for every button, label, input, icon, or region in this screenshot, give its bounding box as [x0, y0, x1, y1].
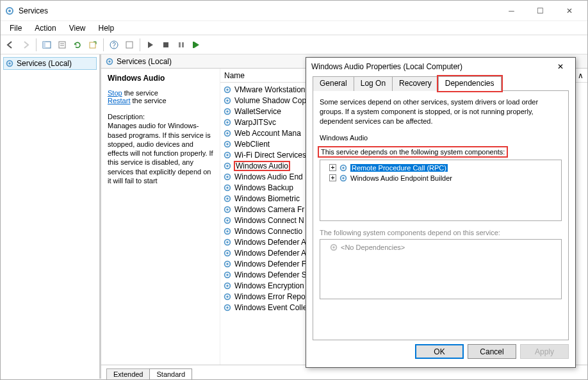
gear-icon	[223, 194, 232, 203]
gear-icon	[339, 174, 348, 183]
gear-icon	[223, 281, 232, 290]
service-name: Windows Audio End	[234, 172, 303, 181]
gear-icon	[223, 260, 232, 268]
svg-point-32	[226, 154, 229, 156]
svg-point-60	[226, 306, 229, 309]
menu-view[interactable]: View	[64, 22, 91, 34]
tab-dependencies[interactable]: Dependencies	[438, 76, 502, 91]
dependencies-note: Some services depend on other services, …	[320, 97, 562, 126]
svg-rect-3	[43, 42, 45, 48]
gear-icon	[223, 161, 232, 170]
tree-item-label: Remote Procedure Call (RPC)	[350, 164, 448, 172]
minimize-button[interactable]: ─	[497, 1, 526, 21]
menu-file[interactable]: File	[4, 22, 27, 34]
stop-button[interactable]	[159, 38, 173, 52]
gear-icon	[223, 205, 232, 214]
restart-button[interactable]	[190, 38, 204, 52]
svg-point-44	[226, 219, 229, 222]
tab-extended[interactable]: Extended	[106, 368, 150, 379]
gear-icon	[223, 303, 232, 312]
dialog-close-button[interactable]: ✕	[551, 60, 570, 73]
properties-dialog: Windows Audio Properties (Local Computer…	[306, 57, 576, 368]
pane-header: Services (Local)	[117, 57, 172, 66]
ok-button[interactable]: OK	[415, 344, 464, 359]
tab-general[interactable]: General	[313, 76, 354, 91]
expand-icon[interactable]: +	[329, 174, 336, 181]
tree-item-audio-endpoint[interactable]: + Windows Audio Endpoint Builder	[323, 173, 559, 183]
svg-rect-14	[193, 42, 194, 48]
refresh-button[interactable]	[70, 38, 85, 52]
depends-on-tree[interactable]: + Remote Procedure Call (RPC) + Windows …	[320, 160, 562, 221]
forward-button[interactable]	[19, 38, 33, 52]
tree-item-label: Windows Audio Endpoint Builder	[350, 174, 452, 182]
svg-point-62	[342, 167, 345, 169]
tree-item-rpc[interactable]: + Remote Procedure Call (RPC)	[323, 163, 559, 173]
tab-standard[interactable]: Standard	[149, 368, 192, 379]
export-button[interactable]	[86, 38, 100, 52]
service-name: Web Account Mana	[234, 129, 301, 138]
svg-rect-10	[126, 42, 133, 48]
tab-logon[interactable]: Log On	[354, 76, 393, 91]
dialog-tabs: General Log On Recovery Dependencies	[313, 76, 569, 91]
service-name: Wi-Fi Direct Services	[234, 151, 306, 160]
selected-service-title: Windows Audio	[108, 74, 213, 83]
svg-point-58	[226, 295, 229, 298]
svg-point-48	[226, 241, 229, 244]
help-button[interactable]: ?	[107, 38, 121, 52]
service-name: Windows Backup	[234, 183, 293, 192]
pause-button[interactable]	[174, 38, 188, 52]
svg-point-64	[342, 177, 345, 179]
detail-panel: Windows Audio Stop the service Restart t…	[101, 69, 220, 365]
show-hide-tree-button[interactable]	[40, 38, 54, 52]
gear-icon	[339, 163, 348, 172]
service-name: Windows Audio	[234, 161, 290, 170]
tab-recovery[interactable]: Recovery	[392, 76, 439, 91]
svg-text:?: ?	[112, 42, 116, 49]
gear-icon	[223, 140, 232, 149]
service-name: Windows Camera Fr	[234, 205, 304, 214]
service-name: Windows Connect N	[234, 216, 304, 225]
svg-point-40	[226, 197, 229, 200]
svg-point-28	[226, 132, 229, 135]
service-name: Windows Event Colle	[234, 303, 307, 312]
maximize-button[interactable]: ☐	[526, 1, 555, 21]
svg-rect-12	[179, 42, 181, 47]
service-name: Windows Defender S	[234, 270, 307, 279]
stop-link[interactable]: Stop	[108, 89, 122, 97]
svg-point-42	[226, 208, 229, 211]
svg-point-24	[226, 110, 229, 113]
tree-pane: Services (Local)	[1, 54, 100, 379]
description-text: Manages audio for Windows-based programs…	[108, 122, 213, 185]
play-button[interactable]	[143, 38, 158, 52]
menu-help[interactable]: Help	[94, 22, 120, 34]
service-name: Windows Biometric	[234, 194, 300, 203]
menu-action[interactable]: Action	[29, 22, 61, 34]
gear-icon	[105, 57, 114, 66]
restart-link[interactable]: Restart	[108, 97, 130, 104]
properties-button[interactable]	[55, 38, 69, 52]
dependents-tree[interactable]: <No Dependencies>	[320, 239, 562, 299]
gear-icon	[5, 59, 14, 68]
gear-icon	[223, 172, 232, 181]
svg-point-46	[226, 230, 229, 233]
back-button[interactable]	[3, 38, 17, 52]
service-name: Windows Defender F	[234, 260, 306, 268]
gear-icon	[223, 151, 232, 160]
svg-point-1	[8, 10, 11, 12]
service-name: Windows Connectio	[234, 227, 302, 236]
tree-item-services-local[interactable]: Services (Local)	[3, 57, 97, 70]
gear-icon	[223, 96, 232, 105]
expand-icon[interactable]: +	[329, 164, 336, 171]
sort-indicator-icon: ∧	[578, 71, 584, 80]
apply-button[interactable]: Apply	[520, 344, 569, 359]
toolbar: ?	[1, 35, 587, 54]
service-name: Volume Shadow Cop	[234, 96, 306, 105]
description-label: Description:	[108, 113, 145, 120]
help2-button[interactable]	[122, 38, 136, 52]
gear-icon	[223, 227, 232, 236]
cancel-button[interactable]: Cancel	[468, 344, 516, 359]
service-name: Windows Error Repo	[234, 292, 306, 301]
svg-point-38	[226, 186, 229, 189]
svg-point-56	[226, 285, 229, 287]
close-button[interactable]: ✕	[555, 1, 584, 21]
